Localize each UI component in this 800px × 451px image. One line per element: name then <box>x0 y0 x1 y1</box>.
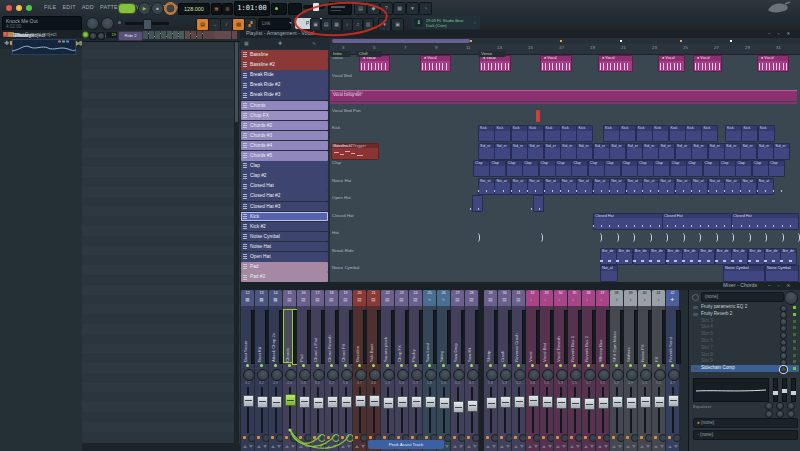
route-down-arrow[interactable] <box>333 445 337 448</box>
route-down-arrow[interactable] <box>618 445 622 448</box>
pattern-clip[interactable]: Sid_er <box>560 143 577 160</box>
audio-clip[interactable]: ● Vocal <box>479 55 511 72</box>
step-cell[interactable] <box>167 31 172 39</box>
strip-pan-knob[interactable] <box>612 369 624 381</box>
strip-name-plate[interactable]: Chop FX <box>396 310 404 362</box>
strip-mute-led[interactable] <box>559 364 562 367</box>
browser-plugin-item[interactable]: ↕Fruity parametric EQ 2 (Ride) <box>0 429 82 451</box>
strip-pan-knob[interactable] <box>341 369 353 381</box>
strip-mute-led[interactable] <box>274 364 277 367</box>
pattern-clip[interactable]: Clap <box>489 160 506 177</box>
strip-mute-led[interactable] <box>531 364 534 367</box>
mixer-strip[interactable]: 38♪SFX Gym Noise5.2 <box>610 290 623 451</box>
strip-header[interactable]: 34♩ <box>554 290 567 306</box>
strip-header[interactable]: 26≈ <box>437 290 450 306</box>
strip-fader-thumb[interactable] <box>528 395 539 407</box>
mixer-strip[interactable]: 31▤Reverse Crash5.2 <box>512 290 525 451</box>
pattern-clip[interactable]: Clap <box>539 160 556 177</box>
maximize-window-icon[interactable] <box>26 5 32 11</box>
pattern-clip[interactable]: Noise Cymbal <box>765 265 799 282</box>
strip-name-plate[interactable]: Saw Kit <box>466 310 474 362</box>
pattern-item[interactable]: Chords #2 <box>241 121 328 131</box>
mixer-strip[interactable]: 16▤Pad5.6 <box>297 290 310 451</box>
mixer-strip[interactable]: 29▤Sharp5.8 <box>484 290 497 451</box>
pattern-clip[interactable]: Sid_er <box>494 143 511 160</box>
strip-pan-knob[interactable] <box>668 369 680 381</box>
fx-eq-slider-thumb[interactable] <box>773 391 778 395</box>
channel-rack-icon[interactable]: ▦ <box>331 18 342 31</box>
route-up-arrow[interactable] <box>500 445 504 448</box>
playlist-title-bar[interactable]: Playlist - Arrangement - Vocal – ▫ ✕ <box>240 30 800 38</box>
strip-fader-track[interactable] <box>345 387 347 433</box>
audio-clip[interactable]: ● Vocal <box>757 55 789 72</box>
pattern-clip[interactable]: Sid_er <box>675 143 692 160</box>
metronome-icon[interactable]: ◆ <box>367 2 380 15</box>
strip-fader-track[interactable] <box>373 387 375 433</box>
strip-link-led[interactable] <box>313 436 316 439</box>
step-cell[interactable] <box>155 31 160 39</box>
pattern-item[interactable]: Chords #4 <box>241 141 328 151</box>
mixer-strip[interactable]: 14▦Attack Chop 2x4.9 <box>269 290 282 451</box>
strip-header[interactable]: 23▤ <box>395 290 408 306</box>
browser-plugin-item[interactable]: ↕Fruity parametric EQ 2 (Kick) <box>0 244 82 271</box>
strip-name-plate[interactable]: Sharp <box>485 310 493 362</box>
strip-name-plate[interactable]: Noise FX <box>639 310 647 362</box>
strip-header[interactable]: 33♩ <box>540 290 553 306</box>
strip-link-led[interactable] <box>257 436 260 439</box>
pattern-clip[interactable]: Kick <box>669 125 686 142</box>
strip-fader-track[interactable] <box>672 387 674 433</box>
step-cell[interactable] <box>161 31 166 39</box>
strip-fader-thumb[interactable] <box>640 396 651 408</box>
channel-mixer-target[interactable]: 19 <box>106 32 117 39</box>
browser-plugin-item[interactable]: ↕Fruity Limiter (Noise Cymbal) <box>0 379 82 404</box>
piano-roll-icon[interactable]: ♪ <box>342 18 353 31</box>
strip-link-led[interactable] <box>584 436 587 439</box>
strip-name-plate[interactable]: Beat Snare <box>242 310 250 362</box>
fx-slot[interactable]: Slot 4 <box>691 324 799 331</box>
route-up-arrow[interactable] <box>570 445 574 448</box>
route-up-arrow[interactable] <box>514 445 518 448</box>
mixer-window-buttons[interactable]: – ▫ ✕ <box>768 283 793 288</box>
mixer-strip[interactable]: 15▤Chords4.4 <box>283 290 296 451</box>
strip-fader-track[interactable] <box>616 387 618 433</box>
step-cell[interactable] <box>179 31 184 39</box>
fx-eq-slider[interactable] <box>773 378 778 402</box>
strip-mute-led[interactable] <box>601 364 604 367</box>
browser-plugin-item[interactable]: ↕Maximus (Master) <box>0 93 82 120</box>
pattern-clip[interactable]: Clap <box>686 160 703 177</box>
mixer-strip[interactable]: 12▦Beat Snare4.2 <box>241 290 254 451</box>
mixer-strip[interactable]: 30▤Crash5.4 <box>498 290 511 451</box>
strip-mute-led[interactable] <box>358 364 361 367</box>
rack-scrollbar[interactable] <box>234 42 239 451</box>
strip-fader-thumb[interactable] <box>341 396 352 408</box>
strip-fader-track[interactable] <box>630 387 632 433</box>
strip-mute-led[interactable] <box>503 364 506 367</box>
route-down-arrow[interactable] <box>473 445 477 448</box>
strip-mute-led[interactable] <box>657 364 660 367</box>
fx-eq-slider[interactable] <box>791 378 796 402</box>
strip-pan-knob[interactable] <box>486 369 498 381</box>
strip-fader-track[interactable] <box>303 387 305 433</box>
strip-link-led[interactable] <box>467 436 470 439</box>
strip-fader-thumb[interactable] <box>383 397 394 409</box>
route-down-arrow[interactable] <box>459 445 463 448</box>
pattern-clip[interactable]: Clap <box>637 160 654 177</box>
strip-mute-led[interactable] <box>246 364 249 367</box>
pattern-clip[interactable]: Kick <box>758 125 775 142</box>
download-notification[interactable]: ⬇ 29:09 FL Studio Beat Dark (Crim) › <box>412 16 480 29</box>
fx-slot[interactable]: Slot 9 <box>691 358 799 365</box>
strip-fader-thumb[interactable] <box>397 396 408 408</box>
strip-name-plate[interactable]: Vocal Reverb <box>555 310 563 362</box>
browser-plugin-item[interactable]: ↕Fruity Limiter (Master) <box>0 147 82 172</box>
strip-header[interactable]: 22▤ <box>381 290 394 306</box>
route-down-arrow[interactable] <box>506 445 510 448</box>
song-mini-display[interactable]: ▥ <box>222 3 233 15</box>
pattern-clip[interactable]: Sid_er <box>609 143 626 160</box>
strip-name-plate[interactable]: Reverb Bus 2 <box>583 310 591 362</box>
strip-fader-thumb[interactable] <box>299 396 310 408</box>
mixer-strip[interactable]: 41♪FX5.1 <box>652 290 665 451</box>
strip-pan-knob[interactable] <box>542 369 554 381</box>
route-down-arrow[interactable] <box>520 445 524 448</box>
step-cell[interactable] <box>143 31 148 39</box>
pattern-clip[interactable]: Clap <box>473 160 490 177</box>
